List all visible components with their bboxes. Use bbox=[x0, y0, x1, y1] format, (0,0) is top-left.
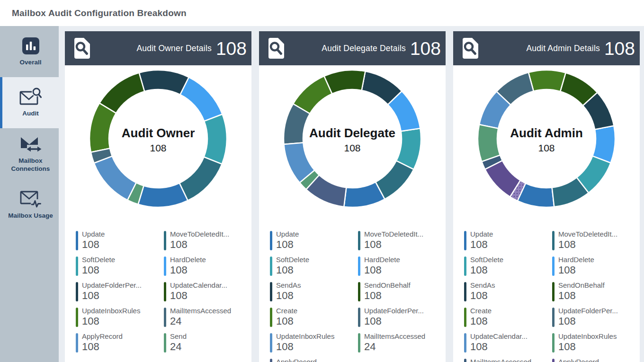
legend-item[interactable]: MailItemsAccessed24 bbox=[164, 307, 251, 327]
file-search-icon bbox=[461, 37, 479, 59]
legend-item[interactable]: UpdateInboxRules108 bbox=[270, 332, 358, 353]
legend-label: SoftDelete bbox=[276, 256, 309, 264]
legend-item[interactable]: MoveToDeletedIt...108 bbox=[358, 230, 446, 251]
legend-item[interactable]: SoftDelete108 bbox=[270, 256, 358, 276]
legend-label: UpdateFolderPer... bbox=[558, 307, 618, 315]
legend-label: ApplyRecord bbox=[276, 358, 317, 362]
legend-marker bbox=[270, 231, 272, 250]
legend-marker bbox=[358, 282, 360, 301]
legend-item[interactable]: HardDelete108 bbox=[358, 256, 446, 276]
legend-label: Create bbox=[276, 307, 297, 315]
legend-item[interactable]: Update108 bbox=[76, 230, 164, 251]
legend-item[interactable]: Send24 bbox=[164, 332, 251, 353]
legend-value: 108 bbox=[558, 315, 618, 327]
legend-item[interactable]: SoftDelete108 bbox=[464, 256, 552, 276]
donut-slice-Create[interactable] bbox=[528, 70, 566, 91]
legend-item[interactable]: UpdateInboxRules108 bbox=[552, 332, 640, 353]
legend-item[interactable]: UpdateFolderPer...108 bbox=[358, 307, 446, 327]
legend-item[interactable]: HardDelete108 bbox=[164, 256, 251, 276]
legend-value: 24 bbox=[364, 341, 425, 353]
legend-item[interactable]: MailItemsAccessed24 bbox=[358, 332, 446, 353]
donut-svg bbox=[453, 67, 640, 212]
legend-item[interactable]: UpdateCalendar...108 bbox=[164, 281, 251, 302]
sidebar-item-audit[interactable]: Audit bbox=[0, 77, 59, 128]
legend-item[interactable]: UpdateCalendar...108 bbox=[464, 332, 552, 353]
card-count: 108 bbox=[216, 39, 247, 58]
donut-slice-UpdateFolderPer[interactable] bbox=[139, 70, 189, 95]
donut-slice-HardDelete[interactable] bbox=[592, 126, 615, 163]
legend-item[interactable]: HardDelete108 bbox=[552, 256, 640, 276]
legend-item[interactable]: SendOnBehalf108 bbox=[358, 281, 446, 302]
legend-item[interactable]: MoveToDeletedIt...108 bbox=[164, 230, 251, 251]
donut-slice-UpdateInboxRules[interactable] bbox=[89, 103, 116, 152]
donut-chart: Audit Admin 108 bbox=[453, 67, 640, 212]
legend-label: Update bbox=[470, 230, 493, 238]
legend-value: 108 bbox=[470, 238, 493, 250]
legend-marker bbox=[552, 333, 555, 353]
donut-slice-Update[interactable] bbox=[138, 183, 188, 207]
legend-item[interactable]: MailItemsAccessed24 bbox=[464, 358, 552, 362]
legend-item[interactable]: Update108 bbox=[464, 230, 552, 251]
legend-label: MailItemsAccessed bbox=[364, 332, 425, 341]
legend-item[interactable]: MoveToDeletedIt...108 bbox=[552, 230, 640, 251]
legend-label: UpdateInboxRules bbox=[558, 332, 617, 341]
legend-item[interactable]: SendAs108 bbox=[464, 281, 552, 302]
legend-label: SendAs bbox=[470, 281, 495, 290]
legend-value: 108 bbox=[82, 341, 123, 353]
sidebar: Overall Audit bbox=[0, 26, 59, 362]
sidebar-item-mailbox-connections[interactable]: Mailbox Connections bbox=[0, 128, 59, 179]
sidebar-item-mailbox-usage[interactable]: Mailbox Usage bbox=[0, 179, 59, 230]
legend-label: SendOnBehalf bbox=[364, 281, 411, 290]
legend-marker bbox=[270, 256, 272, 276]
legend-label: SendOnBehalf bbox=[558, 281, 605, 290]
chart-legend: Update108MoveToDeletedIt...108SoftDelete… bbox=[464, 230, 640, 362]
donut-slice-ApplyRecord[interactable] bbox=[94, 156, 136, 200]
legend-item[interactable]: SoftDelete108 bbox=[76, 256, 164, 276]
legend-value: 108 bbox=[276, 315, 297, 327]
legend-marker bbox=[76, 333, 78, 353]
legend-marker bbox=[164, 282, 166, 301]
legend-marker bbox=[270, 359, 272, 362]
legend-value: 108 bbox=[276, 290, 301, 301]
legend-value: 108 bbox=[558, 238, 617, 250]
legend-marker bbox=[270, 333, 272, 353]
legend-marker bbox=[358, 308, 360, 327]
legend-label: ApplyRecord bbox=[558, 358, 599, 362]
chart-legend: Update108MoveToDeletedIt...108SoftDelete… bbox=[270, 230, 446, 362]
legend-value: 108 bbox=[276, 238, 299, 250]
legend-item[interactable]: UpdateFolderPer...108 bbox=[76, 281, 164, 302]
legend-item[interactable]: UpdateInboxRules108 bbox=[76, 307, 164, 327]
legend-value: 108 bbox=[364, 290, 411, 301]
sidebar-item-overall[interactable]: Overall bbox=[0, 26, 59, 77]
legend-marker bbox=[464, 256, 466, 276]
legend-value: 24 bbox=[170, 315, 231, 327]
legend-marker bbox=[358, 333, 360, 353]
mail-arrows-icon bbox=[20, 135, 42, 154]
legend-marker bbox=[76, 256, 78, 276]
legend-item[interactable]: ApplyRecord108 bbox=[270, 358, 358, 362]
donut-slice-MoveToDeletedIt[interactable] bbox=[179, 157, 222, 201]
legend-label: SoftDelete bbox=[470, 256, 503, 264]
legend-item[interactable]: SendOnBehalf108 bbox=[552, 281, 640, 302]
card-header: Audit Admin Details 108 bbox=[453, 31, 640, 65]
legend-item[interactable]: ApplyRecord108 bbox=[552, 358, 640, 362]
legend-label: Update bbox=[276, 230, 299, 238]
legend-item[interactable]: Create108 bbox=[464, 307, 552, 327]
legend-marker bbox=[464, 308, 466, 327]
donut-slice-HardDelete[interactable] bbox=[180, 77, 222, 121]
legend-label: HardDelete bbox=[170, 256, 206, 264]
chart-legend: Update108MoveToDeletedIt...108SoftDelete… bbox=[76, 230, 251, 353]
legend-marker bbox=[76, 282, 78, 301]
legend-value: 108 bbox=[170, 290, 227, 301]
legend-item[interactable]: Update108 bbox=[270, 230, 358, 251]
legend-value: 108 bbox=[82, 290, 142, 301]
legend-item[interactable]: SendAs108 bbox=[270, 281, 358, 302]
page-header: Mailbox Audit Configuration Breakdown bbox=[0, 0, 644, 26]
legend-marker bbox=[358, 256, 360, 276]
donut-slice-SoftDelete[interactable] bbox=[204, 114, 227, 164]
legend-item[interactable]: ApplyRecord108 bbox=[76, 332, 164, 353]
legend-item[interactable]: UpdateFolderPer...108 bbox=[552, 307, 640, 327]
legend-label: SendAs bbox=[276, 281, 301, 290]
page-title: Mailbox Audit Configuration Breakdown bbox=[12, 8, 187, 18]
legend-item[interactable]: Create108 bbox=[270, 307, 358, 327]
